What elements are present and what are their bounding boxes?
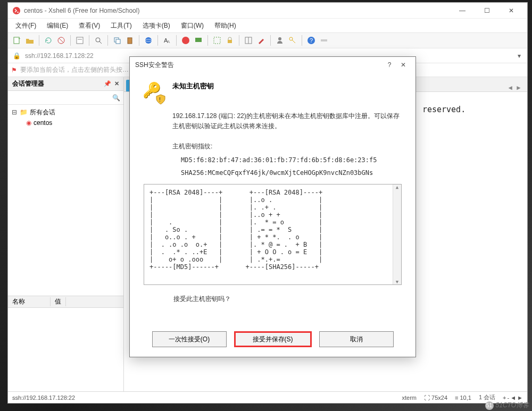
scrollbar[interactable]: ▲ ▼: [393, 184, 401, 284]
tool-globe[interactable]: [143, 35, 154, 46]
svg-text:A: A: [167, 39, 170, 44]
separator: [270, 35, 271, 46]
svg-line-24: [292, 40, 295, 43]
svg-text:!: !: [159, 96, 161, 103]
svg-point-12: [145, 37, 152, 44]
maximize-button[interactable]: ☐: [475, 3, 498, 19]
session-panel-header: 会话管理器 📌 ✕: [8, 77, 123, 91]
folder-icon: 📁: [20, 108, 28, 116]
tool-reconnect[interactable]: [43, 35, 54, 46]
fingerprint-label: 主机密钥指纹:: [172, 142, 404, 151]
separator: [89, 35, 89, 46]
titlebar[interactable]: centos - Xshell 6 (Free for Home/School)…: [8, 3, 527, 19]
tool-find[interactable]: [93, 35, 104, 46]
search-icon[interactable]: 🔍: [112, 94, 120, 102]
separator: [302, 35, 302, 46]
tool-brush[interactable]: [255, 35, 267, 46]
separator: [139, 35, 139, 46]
tool-monitor[interactable]: [193, 35, 204, 46]
col-name[interactable]: 名称: [8, 297, 51, 306]
toolbar: + AA ?: [8, 32, 527, 48]
dialog-help-button[interactable]: ?: [383, 61, 396, 69]
tree-item-label: centos: [34, 119, 52, 127]
menu-file[interactable]: 文件(F): [10, 19, 41, 32]
svg-rect-18: [214, 37, 220, 44]
tool-help[interactable]: ?: [305, 35, 317, 46]
tool-lock[interactable]: [224, 35, 236, 46]
status-sess: 1 会话: [479, 393, 495, 401]
menu-tools[interactable]: 工具(T): [105, 19, 137, 32]
svg-rect-19: [228, 40, 232, 43]
svg-rect-11: [128, 38, 132, 44]
tool-copy[interactable]: [111, 35, 123, 46]
tab-next-icon[interactable]: ►: [516, 84, 522, 91]
lock-icon: 🔒: [11, 52, 22, 60]
svg-text:+: +: [18, 36, 21, 41]
fingerprint-md5: MD5:f6:82:bf:47:ad:36:01:fb:77:fd:6b:5f:…: [181, 156, 404, 164]
close-button[interactable]: ✕: [500, 3, 523, 19]
menu-window[interactable]: 窗口(W): [176, 19, 209, 32]
tool-key[interactable]: [287, 35, 298, 46]
tree-root[interactable]: ⊟ 📁 所有会话: [11, 107, 120, 118]
tool-layout[interactable]: [243, 35, 254, 46]
menu-view[interactable]: 查看(V): [73, 19, 105, 32]
tool-fullscreen[interactable]: [211, 35, 223, 46]
tab-prev-icon[interactable]: ◄: [507, 84, 513, 91]
tool-x[interactable]: [180, 35, 192, 46]
menu-edit[interactable]: 编辑(E): [41, 19, 73, 32]
collapse-icon[interactable]: ⊟: [11, 108, 18, 116]
tool-new[interactable]: +: [11, 35, 23, 46]
tool-user[interactable]: [274, 35, 286, 46]
minimize-button[interactable]: —: [451, 3, 474, 19]
svg-point-22: [278, 37, 281, 40]
menubar: 文件(F) 编辑(E) 查看(V) 工具(T) 选项卡(B) 窗口(W) 帮助(…: [8, 19, 527, 32]
menu-help[interactable]: 帮助(H): [209, 19, 242, 32]
session-tree[interactable]: ⊟ 📁 所有会话 ◉ centos: [8, 105, 123, 296]
svg-text:?: ?: [310, 37, 313, 44]
panel-close-icon[interactable]: ✕: [114, 80, 119, 87]
separator: [207, 35, 208, 46]
session-panel: 会话管理器 📌 ✕ 🔍 ⊟ 📁 所有会话 ◉ centos: [8, 77, 124, 391]
randomart-box: +---[RSA 2048]----+ +---[RSA 2048]----+ …: [144, 184, 402, 285]
status-pos: ≡ 10,1: [455, 395, 471, 401]
tool-disconnect[interactable]: [55, 35, 67, 46]
fingerprint-sha256: SHA256:MCmeCQFqxfY46jk/0wcmXjtCeHOGpK9nv…: [181, 169, 404, 177]
separator: [176, 35, 177, 46]
svg-point-16: [182, 37, 189, 44]
warning-key-icon: 🔑 !: [142, 80, 165, 104]
svg-rect-17: [195, 38, 202, 42]
dialog-titlebar[interactable]: SSH安全警告 ? ✕: [130, 57, 415, 73]
tool-props[interactable]: [74, 35, 86, 46]
accept-and-save-button[interactable]: 接受并保存(S): [234, 331, 312, 347]
dialog-close-button[interactable]: ✕: [396, 61, 410, 69]
svg-line-8: [99, 41, 102, 44]
status-term: xterm: [402, 395, 417, 401]
tool-font[interactable]: AA: [161, 35, 173, 46]
dialog-prompt: 接受此主机密钥吗？: [173, 295, 402, 304]
address-dropdown[interactable]: ▾: [514, 52, 524, 60]
svg-line-4: [59, 38, 63, 43]
info-message: 要添加当前会话，点击左侧的箭头按…: [20, 65, 129, 74]
session-search[interactable]: 🔍: [8, 91, 123, 105]
tool-open[interactable]: [24, 35, 36, 46]
cancel-button[interactable]: 取消: [319, 331, 394, 347]
session-panel-title: 会话管理器: [12, 79, 44, 88]
tool-paste[interactable]: [124, 35, 136, 46]
col-value[interactable]: 值: [51, 297, 66, 306]
separator: [239, 35, 239, 46]
app-icon: [12, 6, 21, 15]
properties-panel: 名称 值: [8, 296, 123, 391]
separator: [107, 35, 108, 46]
status-nav[interactable]: +-◄►: [503, 395, 523, 401]
menu-tab[interactable]: 选项卡(B): [137, 19, 176, 32]
accept-once-button[interactable]: 一次性接受(O): [152, 331, 227, 347]
watermark: 5151CTO博客: [485, 401, 529, 410]
separator: [157, 35, 158, 46]
dialog-title: SSH安全警告: [135, 61, 383, 70]
tool-more[interactable]: [318, 35, 330, 46]
session-icon: ◉: [26, 119, 31, 127]
pin-icon[interactable]: 📌: [104, 80, 111, 87]
tree-item-centos[interactable]: ◉ centos: [11, 118, 120, 128]
dialog-description: 192.168.17.128 (端口: 22)的主机密钥未在本地主机密钥数据库中…: [172, 111, 404, 131]
separator: [70, 35, 71, 46]
